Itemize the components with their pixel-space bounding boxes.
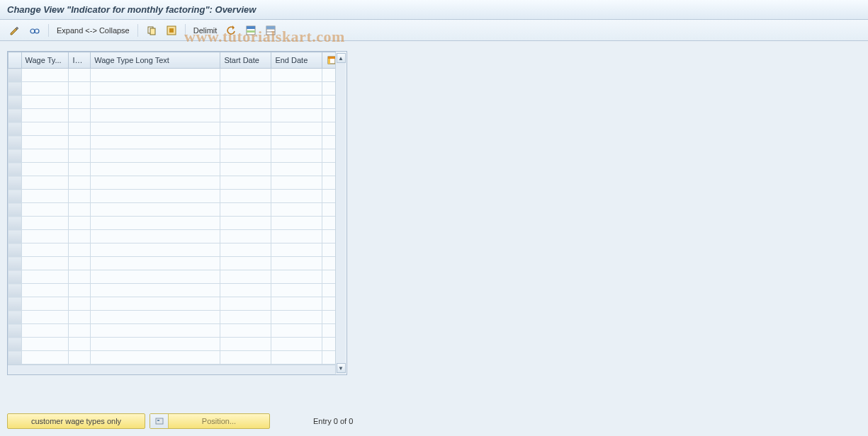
row-selector-cell[interactable] bbox=[9, 243, 22, 257]
cell-inf[interactable] bbox=[69, 217, 91, 230]
row-selector-cell[interactable] bbox=[9, 149, 22, 163]
row-selector-cell[interactable] bbox=[9, 190, 22, 203]
table-row[interactable] bbox=[9, 297, 336, 311]
cell-start-date[interactable] bbox=[220, 176, 271, 190]
cell-wage-type[interactable] bbox=[21, 96, 69, 109]
cell-wage-type[interactable] bbox=[21, 311, 69, 324]
details-button[interactable] bbox=[26, 23, 44, 38]
table-row[interactable] bbox=[9, 203, 336, 217]
cell-start-date[interactable] bbox=[220, 149, 271, 163]
row-selector-cell[interactable] bbox=[9, 96, 22, 109]
table-row[interactable] bbox=[9, 163, 336, 176]
row-selector-cell[interactable] bbox=[9, 338, 22, 351]
cell-wage-type[interactable] bbox=[21, 243, 69, 257]
edit-toggle-button[interactable] bbox=[6, 23, 24, 38]
table-row[interactable] bbox=[9, 351, 336, 365]
table-row[interactable] bbox=[9, 257, 336, 270]
cell-wage-type[interactable] bbox=[21, 217, 69, 230]
cell-long-text[interactable] bbox=[91, 163, 220, 176]
cell-end-date[interactable] bbox=[271, 270, 322, 284]
cell-end-date[interactable] bbox=[271, 176, 322, 190]
cell-wage-type[interactable] bbox=[21, 297, 69, 311]
cell-start-date[interactable] bbox=[220, 311, 271, 324]
cell-inf[interactable] bbox=[69, 257, 91, 270]
cell-long-text[interactable] bbox=[91, 109, 220, 122]
delimit-button[interactable]: Delimit bbox=[190, 23, 221, 38]
cell-wage-type[interactable] bbox=[21, 109, 69, 122]
cell-inf[interactable] bbox=[69, 149, 91, 163]
cell-start-date[interactable] bbox=[220, 217, 271, 230]
cell-wage-type[interactable] bbox=[21, 324, 69, 338]
table-row[interactable] bbox=[9, 243, 336, 257]
row-selector-cell[interactable] bbox=[9, 109, 22, 122]
row-selector-cell[interactable] bbox=[9, 82, 22, 96]
cell-wage-type[interactable] bbox=[21, 176, 69, 190]
table-row[interactable] bbox=[9, 149, 336, 163]
scroll-down-button[interactable]: ▼ bbox=[337, 363, 346, 373]
cell-start-date[interactable] bbox=[220, 351, 271, 365]
cell-inf[interactable] bbox=[69, 203, 91, 217]
cell-wage-type[interactable] bbox=[21, 338, 69, 351]
cell-inf[interactable] bbox=[69, 69, 91, 82]
cell-start-date[interactable] bbox=[220, 257, 271, 270]
row-selector-cell[interactable] bbox=[9, 136, 22, 149]
cell-long-text[interactable] bbox=[91, 311, 220, 324]
cell-inf[interactable] bbox=[69, 163, 91, 176]
expand-collapse-button[interactable]: Expand <-> Collapse bbox=[53, 23, 133, 38]
cell-inf[interactable] bbox=[69, 297, 91, 311]
cell-inf[interactable] bbox=[69, 176, 91, 190]
cell-end-date[interactable] bbox=[271, 243, 322, 257]
row-selector-cell[interactable] bbox=[9, 351, 22, 365]
row-selector-cell[interactable] bbox=[9, 163, 22, 176]
cell-wage-type[interactable] bbox=[21, 136, 69, 149]
row-selector-cell[interactable] bbox=[9, 122, 22, 136]
cell-wage-type[interactable] bbox=[21, 69, 69, 82]
cell-inf[interactable] bbox=[69, 82, 91, 96]
cell-wage-type[interactable] bbox=[21, 284, 69, 297]
cell-start-date[interactable] bbox=[220, 284, 271, 297]
cell-long-text[interactable] bbox=[91, 176, 220, 190]
column-header-config[interactable] bbox=[322, 52, 336, 69]
customer-wage-types-button[interactable]: customer wage types only bbox=[7, 413, 145, 429]
table-row[interactable] bbox=[9, 338, 336, 351]
cell-long-text[interactable] bbox=[91, 82, 220, 96]
cell-end-date[interactable] bbox=[271, 297, 322, 311]
vertical-scrollbar[interactable]: ▲ ▼ bbox=[335, 52, 346, 374]
table-row[interactable] bbox=[9, 324, 336, 338]
cell-long-text[interactable] bbox=[91, 243, 220, 257]
cell-end-date[interactable] bbox=[271, 122, 322, 136]
table-row[interactable] bbox=[9, 136, 336, 149]
cell-start-date[interactable] bbox=[220, 190, 271, 203]
cell-inf[interactable] bbox=[69, 96, 91, 109]
cell-inf[interactable] bbox=[69, 270, 91, 284]
cell-start-date[interactable] bbox=[220, 109, 271, 122]
cell-wage-type[interactable] bbox=[21, 149, 69, 163]
row-selector-cell[interactable] bbox=[9, 217, 22, 230]
column-header-row-selector[interactable] bbox=[9, 52, 22, 69]
cell-wage-type[interactable] bbox=[21, 190, 69, 203]
cell-end-date[interactable] bbox=[271, 69, 322, 82]
select-block-button[interactable] bbox=[242, 23, 260, 38]
cell-end-date[interactable] bbox=[271, 311, 322, 324]
row-selector-cell[interactable] bbox=[9, 230, 22, 243]
cell-long-text[interactable] bbox=[91, 122, 220, 136]
cell-inf[interactable] bbox=[69, 190, 91, 203]
cell-start-date[interactable] bbox=[220, 69, 271, 82]
column-header-start-date[interactable]: Start Date bbox=[220, 52, 271, 69]
column-header-wage-type[interactable]: Wage Ty... bbox=[21, 52, 69, 69]
cell-inf[interactable] bbox=[69, 243, 91, 257]
row-selector-cell[interactable] bbox=[9, 324, 22, 338]
cell-start-date[interactable] bbox=[220, 136, 271, 149]
undo-button[interactable] bbox=[222, 23, 240, 38]
cell-wage-type[interactable] bbox=[21, 163, 69, 176]
cell-end-date[interactable] bbox=[271, 82, 322, 96]
cell-wage-type[interactable] bbox=[21, 82, 69, 96]
cell-long-text[interactable] bbox=[91, 96, 220, 109]
cell-wage-type[interactable] bbox=[21, 203, 69, 217]
cell-inf[interactable] bbox=[69, 136, 91, 149]
row-selector-cell[interactable] bbox=[9, 203, 22, 217]
table-row[interactable] bbox=[9, 311, 336, 324]
position-button[interactable]: Position... bbox=[150, 413, 270, 429]
cell-long-text[interactable] bbox=[91, 69, 220, 82]
cell-wage-type[interactable] bbox=[21, 257, 69, 270]
